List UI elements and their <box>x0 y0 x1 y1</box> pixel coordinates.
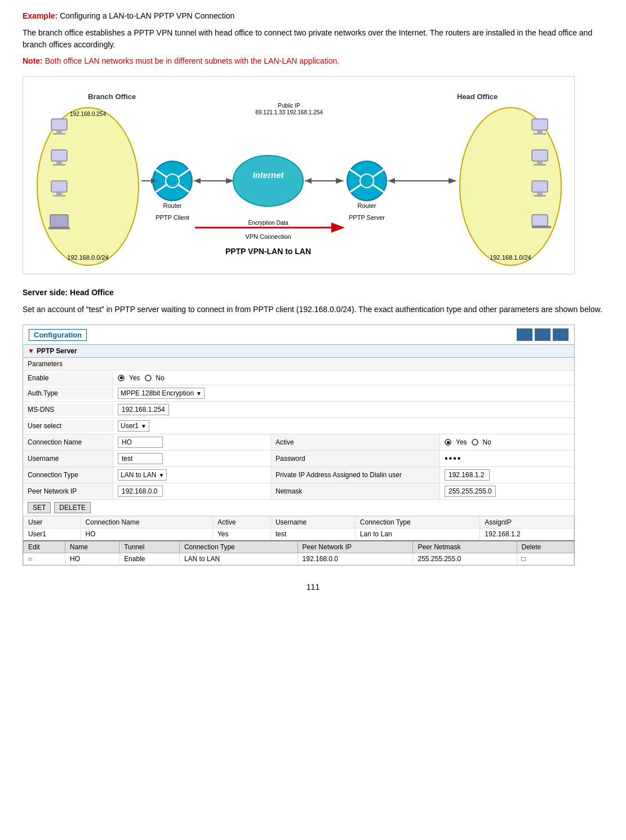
header-icon-1 <box>517 328 532 341</box>
tunnel-table: Edit Name Tunnel Connection Type Peer Ne… <box>23 540 574 565</box>
col-active: Active <box>212 517 270 528</box>
conn-type-value: LAN to LAN ▼ <box>113 467 271 483</box>
conn-type-select[interactable]: LAN to LAN ▼ <box>118 469 167 481</box>
cell-peer-netmask: 255.255.255.0 <box>413 553 517 565</box>
user-select-select[interactable]: User1 ▼ <box>118 420 149 432</box>
diagram-svg: Branch Office Head Office <box>29 88 570 268</box>
example-label: Example: <box>23 11 57 20</box>
diagram-container: Branch Office Head Office <box>23 76 575 274</box>
action-buttons-row: SET DELETE <box>23 500 574 516</box>
svg-rect-8 <box>56 161 62 164</box>
example-title-text: Configuring a LAN-to-LAN PPTP VPN Connec… <box>57 11 234 20</box>
active-no-label: No <box>483 438 491 446</box>
enable-no-radio[interactable] <box>145 375 152 381</box>
svg-rect-16 <box>537 130 543 133</box>
svg-rect-11 <box>56 192 62 195</box>
auth-type-arrow: ▼ <box>196 390 202 397</box>
active-radio-group: Yes No <box>445 438 491 446</box>
delete-button[interactable]: DELETE <box>54 502 91 513</box>
active-yes-radio[interactable] <box>445 439 451 446</box>
ms-dns-input[interactable]: 192.168.1.254 <box>118 404 169 415</box>
config-header: Configuration <box>23 325 574 345</box>
col-tunnel: Tunnel <box>119 541 180 553</box>
username-input[interactable]: test <box>118 453 163 464</box>
cell-delete[interactable]: □ <box>517 553 574 565</box>
svg-rect-10 <box>51 181 67 192</box>
col-edit: Edit <box>24 541 65 553</box>
enable-no-label: No <box>156 374 165 382</box>
enable-yes-radio[interactable] <box>118 375 125 381</box>
svg-point-39 <box>233 155 303 206</box>
svg-rect-19 <box>537 161 543 164</box>
password-input[interactable]: •••• <box>445 454 461 464</box>
svg-marker-38 <box>194 178 201 184</box>
pptp-arrow: ▼ <box>28 347 34 355</box>
svg-rect-5 <box>56 130 62 133</box>
netmask-label: Netmask <box>271 483 440 499</box>
svg-text:PPTP Server: PPTP Server <box>349 214 385 221</box>
svg-rect-23 <box>534 195 546 197</box>
conn-type-label: Connection Type <box>23 467 113 483</box>
description: The branch office establishes a PPTP VPN… <box>23 27 603 51</box>
cell-connection-name: HO <box>81 528 212 540</box>
col-name: Name <box>65 541 119 553</box>
svg-point-32 <box>166 174 179 188</box>
svg-rect-17 <box>534 133 546 135</box>
set-button[interactable]: SET <box>28 502 51 513</box>
conn-name-label: Connection Name <box>23 434 113 450</box>
cell-peer-network-ip: 192.168.0.0 <box>298 553 413 565</box>
conn-name-value: HO <box>113 434 271 450</box>
auth-type-select[interactable]: MPPE 128bit Encryption ▼ <box>118 388 205 399</box>
enable-label: Enable <box>23 372 113 384</box>
table-row: ○ HO Enable LAN to LAN 192.168.0.0 255.2… <box>24 553 574 565</box>
server-side-heading: Server side: Head Office <box>23 288 603 297</box>
svg-rect-24 <box>532 215 548 226</box>
peer-network-input[interactable]: 192.168.0.0 <box>118 486 163 497</box>
header-icon-2 <box>535 328 550 341</box>
conn-type-private-ip-row: Connection Type LAN to LAN ▼ Private IP … <box>23 467 574 483</box>
cell-conn-type: Lan to Lan <box>355 528 480 540</box>
netmask-value: 255.255.255.0 <box>440 483 574 499</box>
ms-dns-label: MS-DNS <box>23 403 113 416</box>
svg-text:Head Office: Head Office <box>457 92 498 101</box>
active-yes-label: Yes <box>456 438 467 446</box>
peer-network-label: Peer Network IP <box>23 483 113 499</box>
col-user: User <box>24 517 81 528</box>
peer-network-value: 192.168.0.0 <box>113 483 271 499</box>
svg-text:192.168.0.254: 192.168.0.254 <box>70 111 106 117</box>
col-connection-type: Connection Type <box>355 517 480 528</box>
svg-text:PPTP VPN-LAN to LAN: PPTP VPN-LAN to LAN <box>225 247 311 256</box>
note-label: Note: <box>23 56 43 65</box>
svg-rect-7 <box>51 150 67 161</box>
svg-rect-4 <box>51 119 67 130</box>
conn-type-select-text: LAN to LAN <box>121 471 156 479</box>
col-peer-netmask: Peer Netmask <box>413 541 517 553</box>
user-select-value: User1 ▼ <box>113 418 154 434</box>
auth-type-select-text: MPPE 128bit Encryption <box>121 389 194 397</box>
svg-rect-21 <box>532 181 548 192</box>
svg-rect-12 <box>53 195 65 197</box>
auth-type-value: MPPE 128bit Encryption ▼ <box>113 385 574 401</box>
svg-marker-51 <box>388 178 395 184</box>
col-username: Username <box>270 517 355 528</box>
svg-text:Public IP: Public IP <box>278 103 300 109</box>
cell-name: HO <box>65 553 119 565</box>
header-icon-3 <box>553 328 569 341</box>
active-value: Yes No <box>440 434 574 450</box>
config-header-icons <box>517 328 569 341</box>
conn-name-input[interactable]: HO <box>118 437 163 448</box>
active-no-radio[interactable] <box>472 439 478 446</box>
private-ip-value: 192.168.1.2 <box>440 467 574 483</box>
params-label: Parameters <box>23 358 574 371</box>
example-title: Example: Configuring a LAN-to-LAN PPTP V… <box>23 11 603 20</box>
col-delete: Delete <box>517 541 574 553</box>
cell-username: test <box>270 528 355 540</box>
col-conn-type: Connection Type <box>179 541 298 553</box>
netmask-input[interactable]: 255.255.255.0 <box>445 486 496 497</box>
username-label: Username <box>23 451 113 466</box>
svg-text:Branch Office: Branch Office <box>88 92 136 101</box>
svg-point-47 <box>360 174 374 188</box>
cell-edit[interactable]: ○ <box>24 553 65 565</box>
col-assign-ip: AssignIP <box>480 517 574 528</box>
private-ip-input[interactable]: 192.168.1.2 <box>445 469 490 481</box>
